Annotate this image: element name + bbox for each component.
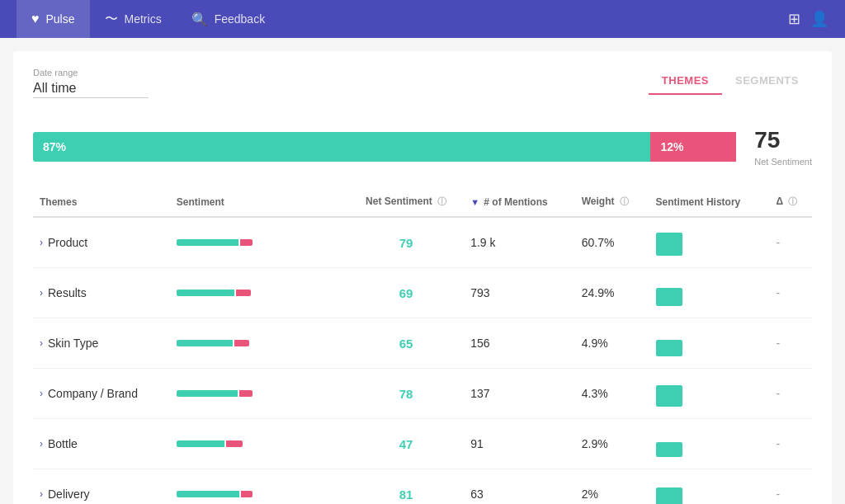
history-bar <box>656 385 682 407</box>
table-row: ›Product 791.9 k60.7% - <box>33 217 812 268</box>
history-bar <box>656 233 682 256</box>
mentions-cell: 63 <box>464 469 575 504</box>
chevron-right-icon: › <box>40 337 43 349</box>
main-content: Date range All time THEMES SEGMENTS 87% … <box>13 51 832 504</box>
mentions-val: 793 <box>470 286 489 299</box>
weight-val: 4.3% <box>582 387 608 400</box>
table-row: ›Skin Type 651564.9% - <box>33 318 812 369</box>
delta-val: - <box>776 337 780 350</box>
theme-cell[interactable]: ›Company / Brand <box>33 369 170 419</box>
sentiment-cell <box>170 217 348 268</box>
col-header-mentions[interactable]: ▼ # of Mentions <box>464 187 575 217</box>
weight-cell: 4.3% <box>575 369 649 419</box>
chevron-right-icon: › <box>40 388 43 399</box>
weight-val: 24.9% <box>582 286 615 299</box>
weight-cell: 2% <box>575 469 649 504</box>
navbar: ♥ Pulse 〜 Metrics 🔍 Feedback ⊞ 👤 <box>0 0 845 38</box>
table-row: ›Bottle 47912.9% - <box>33 419 812 469</box>
history-cell <box>649 369 770 419</box>
mentions-val: 137 <box>470 387 489 400</box>
mentions-cell: 1.9 k <box>464 217 575 268</box>
net-sentiment-info-icon[interactable]: ⓘ <box>437 196 446 206</box>
mentions-val: 156 <box>470 337 489 350</box>
col-header-weight: Weight ⓘ <box>575 187 649 217</box>
delta-cell: - <box>769 419 812 469</box>
delta-cell: - <box>769 217 812 268</box>
net-sentiment-cell: 65 <box>348 318 464 369</box>
nav-feedback-label: Feedback <box>215 12 265 26</box>
col-header-net-sentiment: Net Sentiment ⓘ <box>348 187 464 217</box>
theme-name-label: Product <box>48 236 87 249</box>
net-sentiment-cell: 81 <box>348 469 464 504</box>
weight-cell: 2.9% <box>575 419 649 469</box>
table-row: ›Company / Brand 781374.3% - <box>33 369 812 419</box>
mini-bar-pos <box>177 340 233 346</box>
search-icon: 🔍 <box>191 12 208 27</box>
nav-item-pulse[interactable]: ♥ Pulse <box>17 0 90 38</box>
weight-info-icon[interactable]: ⓘ <box>620 196 629 206</box>
weight-cell: 60.7% <box>575 217 649 268</box>
history-bar-wrap <box>656 229 763 256</box>
history-cell <box>649 469 770 504</box>
history-bar-wrap <box>656 280 763 306</box>
table-row: ›Results 6979324.9% - <box>33 268 812 318</box>
nav-item-feedback[interactable]: 🔍 Feedback <box>177 0 280 38</box>
sentiment-cell <box>170 369 348 419</box>
delta-val: - <box>776 437 780 450</box>
weight-val: 2% <box>582 488 598 501</box>
sentiment-cell <box>170 268 348 318</box>
theme-name-label: Results <box>48 286 87 299</box>
sort-icon: ▼ <box>470 197 479 207</box>
nav-left: ♥ Pulse 〜 Metrics 🔍 Feedback <box>17 0 280 38</box>
mini-bar-neg <box>234 340 249 346</box>
net-sentiment-val: 47 <box>399 437 413 451</box>
table-body: ›Product 791.9 k60.7% -›Results 6979324.… <box>33 217 812 504</box>
delta-val: - <box>776 488 780 501</box>
sentiment-bar: 87% 12% <box>33 132 743 162</box>
mini-bar-neg <box>240 239 253 246</box>
themes-table: Themes Sentiment Net Sentiment ⓘ ▼ # of … <box>33 187 812 504</box>
history-bar <box>656 340 682 356</box>
nav-metrics-label: Metrics <box>125 12 162 26</box>
net-sentiment-val: 78 <box>399 387 413 401</box>
theme-name-label: Skin Type <box>48 337 98 350</box>
col-header-history: Sentiment History <box>649 187 770 217</box>
mini-bar-neg <box>236 290 251 296</box>
nav-item-metrics[interactable]: 〜 Metrics <box>90 0 177 38</box>
weight-cell: 4.9% <box>575 318 649 369</box>
theme-cell[interactable]: ›Product <box>33 217 170 268</box>
delta-val: - <box>776 286 780 299</box>
history-cell <box>649 217 770 268</box>
col-header-delta: Δ ⓘ <box>769 187 812 217</box>
theme-cell[interactable]: ›Bottle <box>33 419 170 469</box>
tab-segments[interactable]: SEGMENTS <box>722 68 812 95</box>
sentiment-cell <box>170 318 348 369</box>
nav-right: ⊞ 👤 <box>788 10 828 28</box>
delta-cell: - <box>769 268 812 318</box>
theme-cell[interactable]: ›Results <box>33 268 170 318</box>
net-sentiment-cell: 47 <box>348 419 464 469</box>
date-range-section: Date range All time <box>33 68 149 98</box>
theme-cell[interactable]: ›Skin Type <box>33 318 170 369</box>
history-cell <box>649 268 770 318</box>
net-sentiment-text: Net Sentiment <box>754 157 812 167</box>
net-sentiment-value: 75 <box>754 126 812 154</box>
delta-cell: - <box>769 318 812 369</box>
grid-icon[interactable]: ⊞ <box>788 10 800 28</box>
net-sentiment-val: 79 <box>399 236 413 250</box>
mini-bar-neg <box>241 491 253 497</box>
mentions-cell: 137 <box>464 369 575 419</box>
date-range-value[interactable]: All time <box>33 81 149 98</box>
delta-info-icon[interactable]: ⓘ <box>788 196 797 206</box>
mentions-val: 1.9 k <box>470 236 495 249</box>
chevron-right-icon: › <box>40 488 43 500</box>
positive-pct-label: 87% <box>43 140 66 153</box>
net-sentiment-val: 81 <box>399 488 413 502</box>
table-row: ›Delivery 81632% - <box>33 469 812 504</box>
tab-themes[interactable]: THEMES <box>649 68 722 95</box>
user-icon[interactable]: 👤 <box>810 10 828 28</box>
mini-bar-pos <box>177 290 234 296</box>
sentiment-cell <box>170 419 348 469</box>
theme-cell[interactable]: ›Delivery <box>33 469 170 504</box>
net-sentiment-label: 75 Net Sentiment <box>754 126 812 167</box>
